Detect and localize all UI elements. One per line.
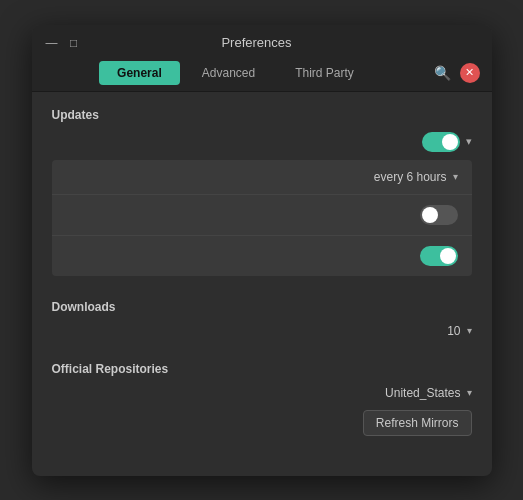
updates-chevron-icon[interactable]: ▾ [466, 135, 472, 148]
search-button[interactable]: 🔍 [432, 62, 454, 84]
repos-row: United_States ▾ [52, 386, 472, 400]
tab-general[interactable]: General [99, 61, 180, 85]
tab-bar: General Advanced Third Party 🔍 ✕ [32, 61, 492, 92]
frequency-right: every 6 hours ▾ [374, 170, 458, 184]
refresh-mirrors-button[interactable]: Refresh Mirrors [363, 410, 472, 436]
window-title: Preferences [82, 35, 432, 50]
updates-toggle-1[interactable] [420, 205, 458, 225]
maximize-button[interactable]: □ [66, 35, 82, 51]
frequency-row: every 6 hours ▾ [52, 160, 472, 195]
downloads-row: 10 ▾ [52, 324, 472, 338]
minimize-button[interactable]: — [44, 35, 60, 51]
frequency-value: every 6 hours [374, 170, 447, 184]
close-button[interactable]: ✕ [460, 63, 480, 83]
tab-advanced[interactable]: Advanced [184, 61, 273, 85]
repos-value: United_States [385, 386, 460, 400]
repos-arrow-icon[interactable]: ▾ [467, 387, 472, 398]
content-area: Updates ▾ every 6 hours ▾ [32, 92, 492, 476]
preferences-window: — □ Preferences General Advanced Third P… [32, 25, 492, 476]
updates-header: ▾ [52, 132, 472, 152]
updates-title: Updates [52, 108, 472, 122]
updates-main-toggle[interactable] [422, 132, 460, 152]
downloads-value: 10 [447, 324, 460, 338]
updates-panel: every 6 hours ▾ [52, 160, 472, 276]
frequency-arrow-icon[interactable]: ▾ [453, 171, 458, 182]
tab-third-party[interactable]: Third Party [277, 61, 372, 85]
official-repositories-section: Official Repositories United_States ▾ Re… [52, 362, 472, 436]
downloads-section: Downloads 10 ▾ [52, 300, 472, 338]
downloads-arrow-icon[interactable]: ▾ [467, 325, 472, 336]
updates-toggle-2[interactable] [420, 246, 458, 266]
repositories-title: Official Repositories [52, 362, 472, 376]
toggle1-row [52, 195, 472, 236]
toggle2-row [52, 236, 472, 276]
downloads-title: Downloads [52, 300, 472, 314]
tabs-group: General Advanced Third Party [44, 61, 428, 85]
tab-actions: 🔍 ✕ [432, 62, 480, 84]
titlebar: — □ Preferences [32, 25, 492, 61]
updates-section: Updates ▾ every 6 hours ▾ [52, 108, 472, 276]
